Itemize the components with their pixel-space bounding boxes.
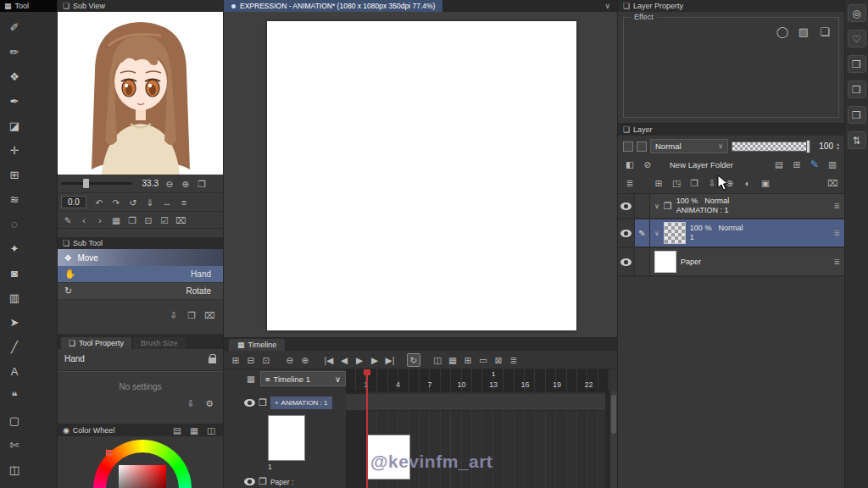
new-timeline-icon[interactable]: ⊞ (229, 353, 242, 367)
material-panel-icon[interactable]: ❒ (848, 55, 866, 73)
folder-expand-chevron-icon[interactable]: ∨ (654, 230, 659, 237)
magic-wand-tool-icon[interactable]: ✦ (0, 236, 29, 261)
play-icon[interactable]: ▶ (353, 353, 366, 367)
layer-row-animation-folder[interactable]: ∨ ❐ 100 % Normal ANIMATION : 1 ≣ (618, 194, 844, 219)
gradient-tool-icon[interactable]: ▥ (0, 286, 29, 310)
correct-line-tool-icon[interactable]: ∿ (0, 482, 29, 488)
canvas-viewport[interactable] (224, 12, 617, 337)
eraser-tool-icon[interactable]: ◪ (0, 114, 29, 138)
new-animation-cel-icon[interactable]: ⊞ (461, 353, 475, 367)
visibility-cell[interactable] (618, 219, 635, 247)
hue-marker[interactable] (106, 450, 112, 456)
animation-track-row[interactable]: ❐ + ANIMATION : 1 (244, 396, 332, 409)
blend-mode-dropdown[interactable]: Normal ∨ (650, 139, 728, 153)
timeline-selector-dropdown[interactable]: ≡ Timeline 1 ∨ (260, 371, 346, 386)
selection-tool-icon[interactable]: ▢ (0, 408, 29, 433)
frame-grid[interactable] (346, 391, 609, 488)
balloon-tool-icon[interactable]: ❝ (0, 384, 29, 408)
layer-color-icon[interactable]: ❏ (818, 25, 832, 38)
zoom-in-icon[interactable]: ⊕ (179, 177, 192, 191)
enable-cels-icon[interactable]: ▦ (446, 353, 459, 367)
auto-action-heart-icon[interactable]: ♡ (848, 30, 866, 47)
reset-rotation-icon[interactable]: ↺ (126, 196, 140, 209)
auto-switch-icon[interactable]: ☑ (158, 214, 171, 227)
line-tool-icon[interactable]: ╱ (0, 335, 29, 359)
loop-play-icon[interactable]: ↻ (407, 353, 420, 367)
delete-layer-icon[interactable]: ⌧ (826, 176, 839, 190)
marker-pen-tool-icon[interactable]: ✒ (0, 89, 29, 114)
animation-track-chip[interactable]: + ANIMATION : 1 (270, 396, 332, 409)
2d-camera-icon[interactable]: ⊠ (492, 353, 505, 367)
delete-subtool-icon[interactable]: ⌧ (203, 308, 216, 322)
rotate-right-icon[interactable]: ↷ (109, 196, 123, 209)
zoom-out-icon[interactable]: ⊖ (163, 177, 176, 191)
opacity-value[interactable]: 100 (813, 141, 833, 151)
playhead[interactable] (366, 369, 368, 488)
sub-view-image[interactable] (58, 12, 223, 175)
eye-visibility-icon[interactable] (620, 258, 632, 266)
layer-menu-handle-icon[interactable]: ≣ (833, 258, 840, 266)
detail-settings-icon[interactable]: ⚙ (203, 396, 216, 410)
edit-subview-icon[interactable]: ✎ (61, 214, 75, 227)
enable-keyframes-icon[interactable]: ⊞ (790, 158, 804, 171)
opacity-slider-handle[interactable] (806, 140, 810, 153)
last-frame-icon[interactable]: ▶| (383, 353, 397, 367)
canvas-tab[interactable]: EXPRESSION - ANIMATION* (1080 x 1080px 3… (224, 0, 442, 12)
intermediate-color-tab-icon[interactable]: ◫ (204, 424, 218, 437)
text-tool-icon[interactable]: A (0, 359, 29, 384)
subtool-item-rotate[interactable]: ↻ Rotate (58, 283, 223, 300)
clip-to-below-icon[interactable]: ◧ (623, 158, 637, 171)
lasso-tool-icon[interactable]: ✄ (0, 433, 29, 458)
rotate-left-icon[interactable]: ↶ (92, 196, 106, 209)
new-layer-folder-label[interactable]: New Layer Folder (670, 160, 733, 169)
layer-palette-options-icon[interactable]: ▥ (826, 158, 839, 171)
layer-menu-handle-icon[interactable]: ≣ (833, 202, 840, 210)
color-set-tab-icon[interactable]: ▦ (187, 424, 201, 437)
first-frame-icon[interactable]: |◀ (322, 353, 336, 367)
spinner-down-icon[interactable]: ▾ (837, 147, 839, 151)
next-frame-icon[interactable]: ▶ (368, 353, 381, 367)
lock-layer-icon[interactable]: ⊘ (641, 158, 654, 171)
timeline-menu-icon[interactable]: ≣ (507, 353, 520, 367)
paper-track-row[interactable]: ❐ Paper : (244, 476, 293, 487)
material-panel-icon-3[interactable]: ❒ (848, 106, 866, 124)
track-list-icon[interactable]: ▦ (244, 372, 258, 385)
cel-thumbnail[interactable] (268, 415, 305, 461)
pencil-tool-icon[interactable]: ✏ (0, 40, 29, 64)
color-slider-tab-icon[interactable]: ▤ (170, 424, 184, 437)
tab-timeline[interactable]: ▦ Timeline (229, 339, 285, 351)
layer-row-cel-1-selected[interactable]: ✎ ∨ 100 % Normal 1 ≣ (618, 219, 844, 248)
import-image-icon[interactable]: ❐ (125, 214, 139, 227)
layer-row-paper[interactable]: Paper ≣ (618, 248, 844, 277)
scrollbar-thumb[interactable] (611, 395, 616, 434)
timeline-vertical-scrollbar[interactable] (609, 391, 617, 488)
draw-on-layer-pen-icon[interactable]: ✎ (808, 158, 821, 171)
onion-skin-icon[interactable]: ◫ (431, 353, 444, 367)
eye-visibility-icon[interactable] (244, 478, 255, 485)
grid-view-icon[interactable]: ▦ (109, 214, 123, 227)
prev-image-icon[interactable]: ‹ (77, 214, 91, 227)
layer-thumbnail[interactable] (654, 251, 676, 273)
tab-tool-property[interactable]: ❏ Tool Property (61, 337, 131, 349)
folder-expand-chevron-icon[interactable]: ∨ (654, 202, 659, 210)
operation-tool-icon[interactable]: ➤ (0, 310, 29, 335)
screenshot-icon[interactable]: ⊡ (142, 214, 155, 227)
new-vector-layer-icon[interactable]: ◳ (670, 176, 683, 190)
flip-horizontal-icon[interactable]: ↔ (160, 196, 174, 209)
frame-ruler[interactable]: 1471013161922 1 (346, 369, 609, 391)
layer-menu-handle-icon[interactable]: ≣ (833, 229, 840, 237)
tab-brush-size[interactable]: Brush Size (133, 337, 186, 349)
canvas-menu-chevron-icon[interactable]: ∨ (604, 2, 617, 10)
airbrush-tool-icon[interactable]: ≋ (0, 187, 29, 212)
hue-ring[interactable] (93, 440, 192, 488)
liquify-tool-icon[interactable]: ◌ (0, 212, 29, 236)
cel-settings-icon[interactable]: ▭ (476, 353, 490, 367)
subview-menu-icon[interactable]: ≡ (177, 196, 191, 209)
pen-tool-icon[interactable]: ✐ (0, 15, 29, 40)
subtool-item-hand[interactable]: ✋ Hand (58, 266, 223, 283)
zoom-slider-handle[interactable] (83, 179, 89, 188)
subview-zoom-slider[interactable] (61, 182, 132, 185)
eye-visibility-icon[interactable] (620, 230, 632, 237)
eye-visibility-icon[interactable] (620, 202, 632, 210)
blend-tool-icon[interactable]: ✛ (0, 138, 29, 163)
